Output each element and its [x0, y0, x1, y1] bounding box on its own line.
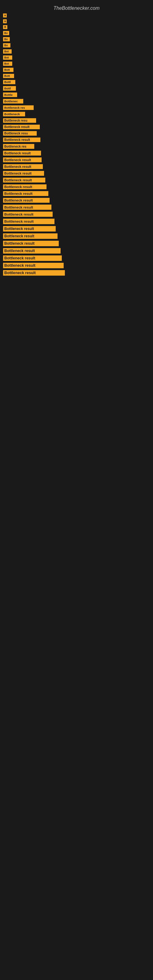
list-item: Bottlenec — [0, 99, 153, 103]
main-container: TheBottlenecker.com BBBBoBoBoBotBotBotBo… — [0, 0, 153, 280]
list-item: Bott — [0, 74, 153, 78]
bottleneck-label: Bo — [3, 37, 10, 41]
list-item: Bottleneck result — [0, 226, 153, 232]
list-item: Bott — [0, 68, 153, 72]
bottleneck-label: Bottleneck result — [3, 233, 57, 239]
bottleneck-label: Bot — [3, 62, 12, 66]
list-item: Bottleneck result — [0, 158, 153, 162]
list-item: Bottleneck result — [0, 241, 153, 246]
bottleneck-label: Bottleneck resu — [3, 131, 37, 136]
bottleneck-label: Bottleneck result — [3, 198, 49, 203]
bottleneck-label: Bottleneck res — [3, 144, 34, 149]
list-item: B — [0, 19, 153, 23]
list-item: Bo — [0, 31, 153, 35]
bottleneck-label: Bottleneck — [3, 112, 25, 116]
list-item: Bottl — [0, 80, 153, 84]
bottleneck-label: Bo — [3, 31, 9, 35]
list-item: Bo — [0, 43, 153, 48]
site-title: TheBottlenecker.com — [0, 3, 153, 13]
bottleneck-label: Bottleneck result — [3, 226, 56, 232]
bottleneck-label: B — [3, 19, 7, 23]
bottleneck-label: Bottleneck result — [3, 151, 41, 156]
list-item: Bot — [0, 56, 153, 60]
list-item: Bottleneck result — [0, 219, 153, 224]
list-item: Bottleneck result — [0, 198, 153, 203]
bottleneck-label: Bottleneck result — [3, 164, 43, 169]
bottleneck-label: Bottlenec — [3, 99, 23, 103]
bottleneck-label: Bottl — [3, 86, 16, 91]
bottleneck-label: Bottleneck result — [3, 191, 48, 196]
bottleneck-label: Bottleneck result — [3, 263, 64, 268]
list-item: Bottleneck result — [0, 212, 153, 217]
list-item: Bottleneck resu — [0, 118, 153, 123]
list-item: Bottleneck result — [0, 263, 153, 268]
bottleneck-label: Bottleneck result — [3, 205, 51, 210]
list-item: Bottleneck result — [0, 205, 153, 210]
bottleneck-label: Bott — [3, 68, 13, 72]
list-item: Bottleneck result — [0, 171, 153, 176]
list-item: Bot — [0, 49, 153, 54]
list-item: B — [0, 25, 153, 29]
bottleneck-label: Bottleneck resu — [3, 118, 36, 123]
list-item: Bottle — [0, 92, 153, 97]
bottleneck-label: Bottleneck result — [3, 255, 62, 261]
list-item: Bottleneck result — [0, 270, 153, 275]
bottleneck-label: Bottleneck result — [3, 219, 54, 224]
bottleneck-label: Bottleneck result — [3, 171, 44, 176]
list-item: Bottleneck result — [0, 233, 153, 239]
bottleneck-label: Bottleneck result — [3, 125, 40, 129]
bottleneck-label: Bottleneck result — [3, 270, 65, 275]
bottleneck-label: Bottleneck res — [3, 105, 33, 110]
bottleneck-label: Bottl — [3, 80, 15, 84]
list-item: Bottleneck res — [0, 144, 153, 149]
list-item: Bottleneck result — [0, 164, 153, 169]
list-item: Bottleneck result — [0, 248, 153, 254]
bottleneck-label: Bottleneck result — [3, 185, 46, 189]
bottleneck-label: Bottleneck result — [3, 212, 53, 217]
list-item: Bottleneck result — [0, 178, 153, 183]
list-item: Bottleneck result — [0, 137, 153, 142]
bottleneck-label: Bot — [3, 49, 12, 54]
list-item: Bottl — [0, 86, 153, 91]
list-item: Bo — [0, 37, 153, 41]
list-item: Bottleneck result — [0, 255, 153, 261]
list-item: Bottleneck result — [0, 125, 153, 129]
list-item: Bot — [0, 62, 153, 66]
bottleneck-label: Bottleneck result — [3, 178, 45, 183]
bottleneck-label: Bottleneck result — [3, 158, 41, 162]
list-item: Bottleneck result — [0, 185, 153, 189]
bottleneck-label: B — [3, 13, 7, 18]
bottleneck-label: Bottleneck result — [3, 241, 59, 246]
bottleneck-label: B — [3, 25, 7, 29]
list-item: Bottleneck — [0, 112, 153, 116]
list-item: Bottleneck res — [0, 105, 153, 110]
bottleneck-label: Bottle — [3, 92, 17, 97]
list-item: Bottleneck resu — [0, 131, 153, 136]
bottleneck-label: Bott — [3, 74, 14, 78]
bottleneck-label: Bo — [3, 43, 10, 48]
bottleneck-label: Bottleneck result — [3, 248, 61, 254]
list-item: B — [0, 13, 153, 18]
list-item: Bottleneck result — [0, 151, 153, 156]
bottleneck-label: Bottleneck result — [3, 137, 40, 142]
list-item: Bottleneck result — [0, 191, 153, 196]
bottleneck-label: Bot — [3, 56, 12, 60]
